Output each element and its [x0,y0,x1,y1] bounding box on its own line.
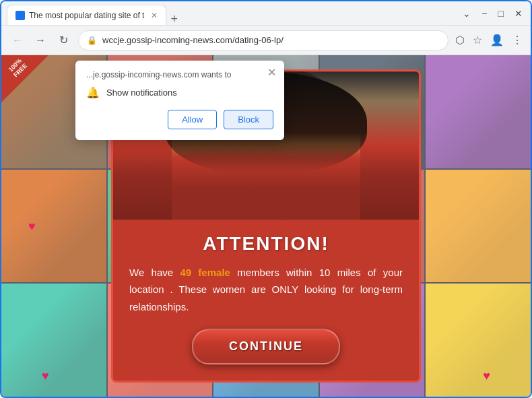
bg-cell [1,170,106,283]
chevron-down-icon[interactable]: ⌄ [463,8,471,19]
heart-decoration-bottom-left: ♥ [42,369,49,383]
minimize-button[interactable]: − [481,8,487,19]
back-button[interactable]: ← [9,34,26,46]
notification-buttons: Allow Block [86,110,273,129]
tab-title: The most popular dating site of t [29,11,144,20]
tab-close-button[interactable]: ✕ [151,11,158,20]
modal-body: ATTENTION! We have 49 female members wit… [113,220,419,381]
bookmark-icon[interactable]: ☆ [473,34,482,46]
page-content: 100%FREE ♥ ♥ ♥ ♥ ATTENTION! We have 49 f… [1,55,531,397]
notification-label: Show notifications [106,88,177,98]
window-controls: ⌄ − □ ✕ [463,8,525,19]
bg-cell [1,284,106,397]
notification-close-button[interactable]: ✕ [267,66,276,79]
cast-icon[interactable]: ⬡ [455,34,465,46]
modal-text: We have 49 female members within 10 mile… [129,264,403,316]
text-female: female [191,267,230,278]
continue-button[interactable]: CONTINUE [192,329,340,364]
heart-decoration: ♥ [28,219,36,233]
menu-icon[interactable]: ⋮ [512,34,523,46]
browser-frame: The most popular dating site of t ✕ + ⌄ … [0,0,532,398]
refresh-button[interactable]: ↻ [55,34,71,46]
close-button[interactable]: ✕ [514,8,523,19]
active-tab[interactable]: The most popular dating site of t ✕ [7,5,166,25]
notification-bell-row: 🔔 Show notifications [86,86,273,99]
address-bar-actions: ⬡ ☆ 👤 ⋮ [455,34,523,46]
address-bar: ← → ↻ 🔒 wccje.gossip-incoming-news.com/d… [1,26,531,55]
profile-icon[interactable]: 👤 [490,34,504,46]
tab-area: The most popular dating site of t ✕ + [7,1,459,25]
bell-icon: 🔔 [86,86,100,99]
bg-cell [426,284,531,397]
block-button[interactable]: Block [224,110,273,129]
notification-site-text: ...je.gossip-incoming-news.com wants to [86,70,273,79]
title-bar: The most popular dating site of t ✕ + ⌄ … [1,1,531,26]
new-tab-button[interactable]: + [166,13,182,25]
forward-button[interactable]: → [32,34,48,46]
url-text: wccje.gossip-incoming-news.com/dating-06… [102,35,440,45]
member-count: 49 [180,267,191,278]
modal-title: ATTENTION! [129,233,403,255]
text-pre: We have [129,267,180,278]
url-bar[interactable]: 🔒 wccje.gossip-incoming-news.com/dating-… [78,30,448,51]
tab-favicon [15,11,25,20]
bg-cell [426,170,531,283]
heart-decoration-bottom-right: ♥ [483,369,490,383]
bg-cell [426,55,531,168]
allow-button[interactable]: Allow [168,110,217,129]
notification-popup: ✕ ...je.gossip-incoming-news.com wants t… [75,61,284,140]
maximize-button[interactable]: □ [498,8,504,19]
lock-icon: 🔒 [87,36,97,45]
